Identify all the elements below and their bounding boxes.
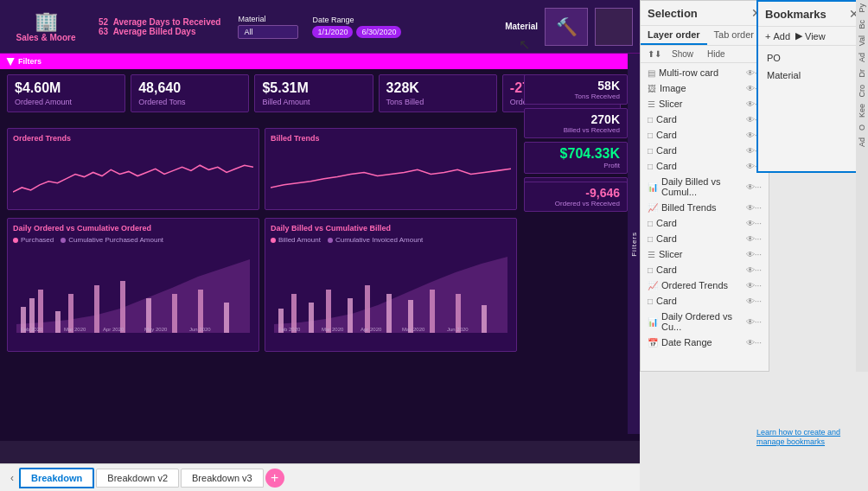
eye-icon[interactable]: 👁	[746, 338, 755, 348]
list-item-card6[interactable]: □ Card 👁 ···	[641, 231, 769, 246]
list-item-ordered-trends[interactable]: 📈 Ordered Trends 👁 ···	[641, 277, 769, 293]
sidebar-item-kee[interactable]: Kee	[858, 104, 866, 118]
list-item-slicer2[interactable]: ☰ Slicer 👁 ···	[641, 246, 769, 262]
sidebar-item-bc[interactable]: Bc	[858, 20, 866, 29]
list-item-image[interactable]: 🖼 Image 👁 ···	[641, 80, 769, 96]
legend-cumulative-inv-label: Cumulative Invoiced Amount	[335, 236, 423, 244]
legend-dot-billed	[271, 238, 276, 243]
tab-breakdown-v2[interactable]: Breakdown v2	[96, 469, 179, 488]
list-item-card8[interactable]: □ Card 👁 ···	[641, 293, 769, 309]
dots-icon[interactable]: ···	[755, 203, 762, 213]
eye-icon[interactable]: 👁	[746, 68, 755, 78]
billed-trends-chart	[271, 146, 511, 202]
list-item-card1[interactable]: □ Card 👁 ···	[641, 112, 769, 127]
learn-link[interactable]: Learn how to create and manage bookmarks	[756, 428, 860, 448]
daily-ordered-title: Daily Ordered vs Cumulative Ordered	[13, 224, 253, 233]
header-bar: 🏢 Sales & Moore 52 Average Days to Recei…	[0, 0, 640, 54]
sidebar-item-py[interactable]: Py	[858, 3, 866, 13]
hide-btn[interactable]: Hide	[704, 48, 729, 60]
eye-icon[interactable]: 👁	[746, 265, 755, 275]
filter-strip-text: Filters	[18, 57, 41, 66]
sidebar-item-ad[interactable]: Ad	[858, 53, 866, 62]
tab-tab-order[interactable]: Tab order	[707, 26, 761, 45]
eye-icon[interactable]: 👁	[746, 182, 755, 192]
sort-icon: ⬆⬇	[648, 49, 661, 59]
eye-icon[interactable]: 👁	[746, 234, 755, 244]
kpi-tons-received: 58K Tons Received	[524, 74, 628, 105]
daily-billed-legend: Billed Amount Cumulative Invoiced Amount	[271, 236, 511, 244]
item-icon: □	[648, 234, 653, 244]
list-item-card7[interactable]: □ Card 👁 ···	[641, 262, 769, 277]
eye-icon[interactable]: 👁	[746, 162, 755, 171]
list-item-card3[interactable]: □ Card 👁 ···	[641, 143, 769, 158]
tab-breakdown[interactable]: Breakdown	[19, 468, 94, 488]
dots-icon[interactable]: ···	[755, 234, 762, 244]
bottom-charts: Daily Ordered vs Cumulative Ordered Purc…	[7, 218, 517, 352]
bookmark-po[interactable]: PO	[758, 49, 866, 67]
dots-icon[interactable]: ···	[755, 297, 762, 306]
eye-icon[interactable]: 👁	[746, 203, 755, 213]
list-item-card2[interactable]: □ Card 👁 ···	[641, 127, 769, 143]
bookmarks-add-btn[interactable]: + Add	[765, 30, 790, 41]
sidebar-item-val[interactable]: Val	[858, 35, 866, 46]
sidebar-item-cro[interactable]: Cro	[858, 85, 866, 98]
filter-strip[interactable]: ▶ Filters	[0, 54, 640, 69]
add-icon: +	[765, 31, 770, 41]
dots-icon[interactable]: ···	[755, 338, 762, 348]
eye-icon[interactable]: 👁	[746, 219, 755, 228]
item-icon: ▤	[648, 68, 655, 78]
sidebar-item-o[interactable]: O	[858, 124, 866, 131]
list-item-card5[interactable]: □ Card 👁 ···	[641, 215, 769, 231]
list-item-slicer1[interactable]: ☰ Slicer 👁 ···	[641, 96, 769, 112]
dots-icon[interactable]: ···	[755, 317, 762, 327]
list-item-billed-trends[interactable]: 📈 Billed Trends 👁 ···	[641, 200, 769, 215]
date-range-filter[interactable]: Date Range 1/1/2020 6/30/2020	[312, 16, 401, 38]
eye-icon[interactable]: 👁	[746, 99, 755, 109]
tab-breakdown-v3[interactable]: Breakdown v3	[181, 469, 264, 488]
item-icon: ☰	[648, 250, 655, 259]
svg-text:Mar 2020: Mar 2020	[322, 327, 344, 332]
list-item-multirow[interactable]: ▤ Multi-row card 👁 ···	[641, 65, 769, 80]
bookmark-material[interactable]: Material	[758, 67, 866, 84]
item-icon: 📊	[648, 182, 658, 192]
dots-icon[interactable]: ···	[755, 265, 762, 275]
kpi-ordered-tons-label: Ordered Tons	[138, 98, 241, 106]
material-dropdown[interactable]: All	[238, 25, 298, 39]
legend-purchased-label: Purchased	[21, 236, 54, 244]
dots-icon[interactable]: ···	[755, 219, 762, 228]
list-item-daily-ordered[interactable]: 📊 Daily Ordered vs Cu... 👁 ···	[641, 309, 769, 335]
kpi-ordered-amount-label: Ordered Amount	[15, 98, 118, 106]
daily-ordered-chart: Feb 2020 Mar 2020 Apr 2020 May 2020 Jun …	[13, 246, 253, 333]
svg-rect-18	[309, 303, 314, 333]
showhide-header: ⬆⬇ Show Hide	[641, 46, 769, 63]
svg-rect-24	[430, 290, 435, 333]
eye-icon[interactable]: 👁	[746, 115, 755, 124]
svg-text:Feb 2020: Feb 2020	[21, 327, 43, 332]
list-item-card4[interactable]: □ Card 👁 ···	[641, 158, 769, 174]
add-tab-btn[interactable]: +	[265, 469, 284, 488]
tab-prev-btn[interactable]: ‹	[7, 472, 17, 484]
bookmarks-view-btn[interactable]: ▶ View	[795, 30, 826, 41]
date-from[interactable]: 1/1/2020	[312, 26, 353, 38]
eye-icon[interactable]: 👁	[746, 146, 755, 156]
eye-icon[interactable]: 👁	[746, 131, 755, 140]
eye-icon[interactable]: 👁	[746, 281, 755, 290]
list-item-daily-billed[interactable]: 📊 Daily Billed vs Cumul... 👁 ···	[641, 174, 769, 200]
show-btn[interactable]: Show	[668, 48, 697, 60]
selection-panel-header: Selection ✕	[641, 1, 769, 26]
eye-icon[interactable]: 👁	[746, 250, 755, 259]
svg-rect-21	[365, 285, 370, 333]
dots-icon[interactable]: ···	[755, 250, 762, 259]
tab-layer-order[interactable]: Layer order	[641, 26, 707, 45]
eye-icon[interactable]: 👁	[746, 297, 755, 306]
sidebar-item-ad2[interactable]: Ad	[858, 137, 866, 147]
dots-icon[interactable]: ···	[755, 182, 762, 192]
material-filter[interactable]: Material All	[238, 15, 298, 39]
sidebar-item-dr[interactable]: Dr	[858, 69, 866, 78]
eye-icon[interactable]: 👁	[746, 84, 755, 93]
list-item-date-range[interactable]: 📅 Date Range 👁 ···	[641, 335, 769, 350]
kpi-profit: $704.33K Profit	[524, 142, 628, 174]
dots-icon[interactable]: ···	[755, 281, 762, 290]
date-to[interactable]: 6/30/2020	[356, 26, 401, 38]
eye-icon[interactable]: 👁	[746, 317, 755, 327]
